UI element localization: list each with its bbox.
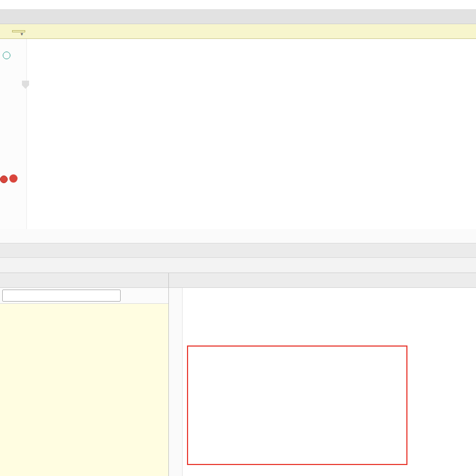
frames-list (0, 304, 168, 476)
variables-toolbar (169, 288, 183, 476)
frames-header (0, 273, 168, 288)
thread-dropdown[interactable] (2, 290, 121, 302)
editor-gutter (0, 39, 27, 229)
ide-window (0, 0, 476, 476)
maven-source-selector[interactable] (12, 30, 25, 32)
override-method-icon[interactable] (3, 52, 10, 59)
debug-toolbar (0, 258, 476, 273)
variables-tree (183, 288, 476, 476)
variables-header (169, 273, 476, 288)
editor-breadcrumb (0, 229, 476, 243)
variables-panel (169, 273, 476, 476)
splitter-strip (0, 243, 476, 258)
decompiler-banner (0, 24, 476, 39)
thread-selector-row (0, 288, 168, 304)
breakpoint-verified-icon[interactable] (9, 174, 18, 183)
breadcrumb (0, 0, 476, 10)
variables-body (169, 288, 476, 476)
frames-panel (0, 273, 169, 476)
debug-content (0, 273, 476, 476)
editor-tab-bar (0, 10, 476, 24)
breakpoint-dot-icon[interactable] (0, 175, 8, 183)
code-editor[interactable] (0, 39, 476, 229)
